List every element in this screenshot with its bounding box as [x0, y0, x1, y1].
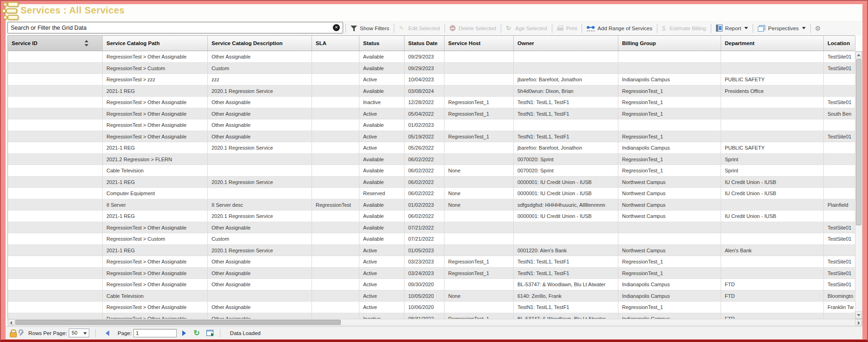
cell [444, 142, 514, 154]
cell: Reserved [359, 188, 404, 199]
rows-per-page-value: 50 [72, 330, 77, 335]
column-header-owner[interactable]: Owner [514, 36, 618, 51]
cell [312, 108, 359, 120]
cell: Other Assignable [208, 279, 312, 290]
vertical-scrollbar[interactable] [855, 51, 862, 319]
scroll-up-icon[interactable] [855, 52, 862, 59]
cell [824, 210, 855, 222]
table-row[interactable]: RegressionTest > Other AssignableOther A… [8, 97, 855, 108]
table-row[interactable]: RegressionTest > Other AssignableOther A… [8, 279, 855, 290]
cell: Computer Equipment [103, 188, 208, 199]
cell [312, 86, 359, 97]
search-input[interactable] [7, 22, 343, 33]
add-range-of-services-button[interactable]: Add Range of Services [583, 23, 656, 34]
cell: 0000001: IU Credit Union - IUSB [514, 188, 618, 199]
cell: Available [359, 63, 404, 74]
column-header-status[interactable]: Status [359, 36, 404, 51]
horizontal-scrollbar-thumb[interactable] [15, 320, 341, 325]
cell: 01/05/2023 [404, 245, 444, 256]
table-row[interactable]: RegressionTest > Other AssignableOther A… [8, 119, 855, 131]
horizontal-scrollbar[interactable] [7, 319, 862, 326]
table-row[interactable]: RegressionTest > Other AssignableOther A… [8, 302, 855, 313]
cell: 2020.1 Regression Service [208, 142, 312, 154]
table-row[interactable]: RegressionTest > Other AssignableOther A… [8, 256, 855, 268]
cell: Other Assignable [208, 119, 312, 131]
cell [8, 268, 103, 279]
cell [208, 290, 312, 302]
cell: Available [359, 233, 404, 245]
lock-icon[interactable] [10, 329, 16, 336]
cell: Other Assignable [208, 51, 312, 63]
previous-page-icon[interactable] [106, 330, 109, 336]
cell: TestSite01 [824, 63, 855, 74]
table-row[interactable]: 2021-1 REG2020.1 Regression ServiceAvail… [8, 210, 855, 222]
table-row[interactable]: 2021-1 REG2020.1 Regression ServiceAvail… [8, 86, 855, 97]
table-row[interactable]: RegressionTest > Other AssignableOther A… [8, 268, 855, 279]
column-header-label: Status [363, 40, 379, 46]
cell: Active [359, 245, 404, 256]
table-row[interactable]: RegressionTest > Other AssignableOther A… [8, 108, 855, 120]
table-row[interactable]: RegressionTest > Other AssignableOther A… [8, 131, 855, 143]
scroll-right-icon[interactable] [855, 319, 862, 325]
search-clear-icon[interactable]: ✕ [333, 24, 340, 31]
refresh-icon[interactable]: ↻ [193, 329, 199, 337]
column-header-department[interactable]: Department [721, 36, 824, 51]
toolbar-separator [711, 24, 711, 33]
cell [8, 313, 103, 319]
page-number-input[interactable] [133, 329, 177, 337]
table-row[interactable]: Computer EquipmentReserved06/02/2022None… [8, 188, 855, 199]
toolbar-button-label: Edit Selected [408, 26, 440, 31]
cell: 2020.1 Regression Service [208, 210, 312, 222]
perspectives-button[interactable]: Perspectives [755, 23, 809, 34]
cell: II Server [103, 199, 208, 211]
column-header-service-host[interactable]: Service Host [444, 36, 514, 51]
cell: Active [359, 108, 404, 120]
table-row[interactable]: RegressionTest > Other AssignableOther A… [8, 313, 855, 319]
column-header-service-id[interactable]: Service ID [8, 36, 103, 51]
cell: 06/02/2022 [404, 154, 444, 165]
table-row[interactable]: Cable TelevisionActive10/05/2020None6140… [8, 290, 855, 302]
column-header-status-date[interactable]: Status Date [404, 36, 444, 51]
scroll-left-icon[interactable] [8, 319, 15, 325]
table-row[interactable]: 2021-1 REG2020.1 Regression ServiceActiv… [8, 245, 855, 256]
scroll-down-icon[interactable] [855, 311, 862, 318]
show-filters-button[interactable]: Show Filters [347, 23, 392, 34]
cell [312, 97, 359, 108]
cell [444, 245, 514, 256]
cell: RegressionTest_1 [444, 131, 514, 143]
vertical-scrollbar-thumb[interactable] [856, 59, 861, 225]
column-header-service-catalog-path[interactable]: Service Catalog Path [103, 36, 208, 51]
next-page-icon[interactable] [182, 330, 186, 336]
column-header-service-catalog-description[interactable]: Service Catalog Description [208, 36, 312, 51]
column-header-sla[interactable]: SLA [312, 36, 359, 51]
export-grid-icon[interactable] [206, 330, 213, 336]
gear-icon[interactable]: ⚙ [814, 25, 822, 32]
column-header-location[interactable]: Location [824, 36, 855, 51]
table-row[interactable]: RegressionTest > CustomCustomAvailable09… [8, 63, 855, 74]
cell: RegressionTest_1 [618, 165, 721, 177]
cell [444, 119, 514, 131]
cell: 5h4d0wrun: Dixon, Brian [514, 86, 618, 97]
cell [8, 210, 103, 222]
cell: Other Assignable [208, 108, 312, 120]
cell: jbarefoo: Barefoot, Jonathon [514, 74, 618, 86]
table-row[interactable]: 2021-1 REG2020.1 Regression ServiceAvail… [8, 177, 855, 188]
cell [824, 86, 855, 97]
column-header-billing-group[interactable]: Billing Group [618, 36, 721, 51]
table-row[interactable]: 2021-1 REG2020.1 Regression ServiceActiv… [8, 142, 855, 154]
cell: None [444, 165, 514, 177]
toolbar-button-label: Print [566, 26, 577, 31]
table-row[interactable]: RegressionTest > CustomCustomAvailable07… [8, 233, 855, 245]
table-row[interactable]: Cable TelevisionAvailable06/02/2022None0… [8, 165, 855, 177]
wrench-icon[interactable] [18, 329, 25, 336]
table-row[interactable]: 2021.2 Regression > FLERNAvailable06/02/… [8, 154, 855, 165]
cell [8, 165, 103, 177]
table-row[interactable]: RegressionTest > zzzzzzActive10/04/2023j… [8, 74, 855, 86]
rows-per-page-select[interactable]: 50 [69, 329, 89, 337]
table-row[interactable]: RegressionTest > Other AssignableOther A… [8, 222, 855, 234]
cell: Sprint [721, 154, 824, 165]
table-row[interactable]: II ServerII Server descRegressionTestAva… [8, 199, 855, 211]
cell: 06/02/2022 [404, 210, 444, 222]
table-row[interactable]: RegressionTest > Other AssignableOther A… [8, 51, 855, 63]
report-button[interactable]: Report [713, 23, 752, 34]
